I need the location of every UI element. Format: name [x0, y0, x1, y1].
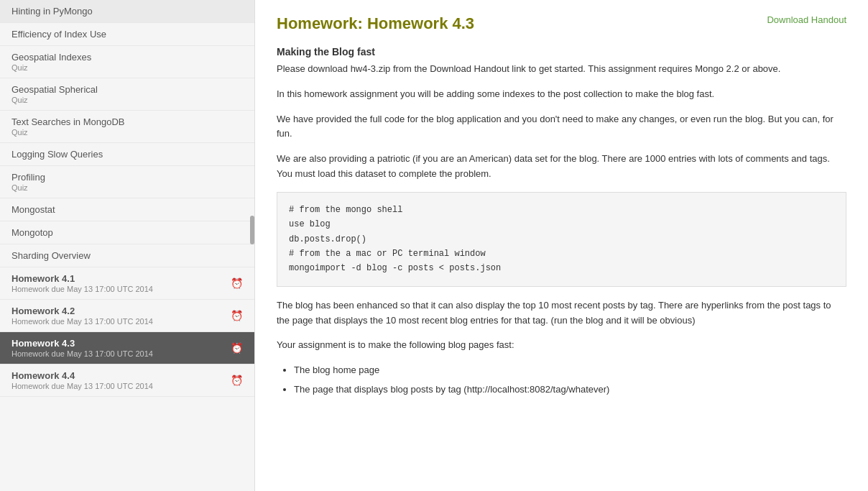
- sidebar-scrollbar-thumb[interactable]: [250, 216, 254, 244]
- sidebar-item-label-mongostat: Mongostat: [11, 204, 243, 215]
- sidebar-item-sub-geospatial-spherical: Quiz: [11, 96, 243, 104]
- clock-icon-hw42: ⏰: [231, 310, 243, 321]
- sidebar-item-label-hinting: Hinting in PyMongo: [11, 6, 243, 17]
- sidebar-item-label-efficiency: Efficiency of Index Use: [11, 29, 243, 40]
- sidebar-item-hw44[interactable]: Homework 4.4Homework due May 13 17:00 UT…: [0, 364, 254, 397]
- code-line-1: # from the mongo shell: [289, 203, 834, 217]
- bullet-item-2: The page that displays blog posts by tag…: [294, 382, 846, 398]
- para5: The blog has been enhanced so that it ca…: [277, 298, 846, 329]
- para6: Your assignment is to make the following…: [277, 338, 846, 353]
- code-line-3: db.posts.drop(): [289, 232, 834, 247]
- bullet-item-1: The blog home page: [294, 363, 846, 378]
- sidebar-item-label-hw43: Homework 4.3: [11, 338, 153, 349]
- sidebar-item-label-mongotop: Mongotop: [11, 227, 243, 238]
- sidebar-item-row-hw43: Homework 4.3Homework due May 13 17:00 UT…: [11, 338, 243, 358]
- sidebar-item-row-hw44: Homework 4.4Homework due May 13 17:00 UT…: [11, 370, 243, 390]
- sidebar-item-left-hw44: Homework 4.4Homework due May 13 17:00 UT…: [11, 370, 153, 390]
- para3: We have provided the full code for the b…: [277, 112, 846, 142]
- sidebar-item-left-hw43: Homework 4.3Homework due May 13 17:00 UT…: [11, 338, 153, 358]
- sidebar-item-label-text-searches: Text Searches in MongoDB: [11, 116, 243, 127]
- sidebar-item-label-hw44: Homework 4.4: [11, 370, 153, 381]
- sidebar-item-label-geospatial-spherical: Geospatial Spherical: [11, 84, 243, 95]
- hw-header-row: Homework: Homework 4.3 Download Handout: [277, 14, 846, 36]
- sidebar-item-hw43[interactable]: Homework 4.3Homework due May 13 17:00 UT…: [0, 332, 254, 364]
- sidebar: Hinting in PyMongoEfficiency of Index Us…: [0, 0, 255, 491]
- sidebar-item-sub-hw42: Homework due May 13 17:00 UTC 2014: [11, 317, 153, 326]
- sidebar-item-left-hw41: Homework 4.1Homework due May 13 17:00 UT…: [11, 273, 153, 293]
- para2: In this homework assignment you will be …: [277, 87, 846, 102]
- clock-icon-hw41: ⏰: [231, 277, 243, 289]
- download-handout-link[interactable]: Download Handout: [767, 14, 846, 25]
- section-title: Making the Blog fast: [277, 46, 846, 58]
- sidebar-item-mongotop[interactable]: Mongotop: [0, 221, 254, 244]
- sidebar-item-row-hw42: Homework 4.2Homework due May 13 17:00 UT…: [11, 306, 243, 326]
- main-content: Homework: Homework 4.3 Download Handout …: [255, 0, 868, 491]
- clock-icon-hw44: ⏰: [231, 375, 243, 386]
- sidebar-item-logging-slow[interactable]: Logging Slow Queries: [0, 143, 254, 166]
- sidebar-item-label-profiling: Profiling: [11, 172, 243, 183]
- sidebar-item-profiling[interactable]: ProfilingQuiz: [0, 166, 254, 198]
- sidebar-item-mongostat[interactable]: Mongostat: [0, 198, 254, 221]
- sidebar-item-label-hw42: Homework 4.2: [11, 306, 153, 316]
- hw-title: Homework: Homework 4.3: [277, 14, 474, 33]
- sidebar-item-row-hw41: Homework 4.1Homework due May 13 17:00 UT…: [11, 273, 243, 293]
- sidebar-item-sharding-overview[interactable]: Sharding Overview: [0, 244, 254, 267]
- sidebar-item-sub-profiling: Quiz: [11, 183, 243, 192]
- code-line-4: # from the a mac or PC terminal window: [289, 247, 834, 261]
- sidebar-item-left-hw42: Homework 4.2Homework due May 13 17:00 UT…: [11, 306, 153, 326]
- sidebar-item-hw42[interactable]: Homework 4.2Homework due May 13 17:00 UT…: [0, 300, 254, 332]
- sidebar-item-label-hw41: Homework 4.1: [11, 273, 153, 284]
- sidebar-item-label-logging-slow: Logging Slow Queries: [11, 149, 243, 160]
- sidebar-item-sub-geospatial: Quiz: [11, 63, 243, 72]
- para1: Please download hw4-3.zip from the Downl…: [277, 62, 846, 77]
- sidebar-item-hinting[interactable]: Hinting in PyMongo: [0, 0, 254, 23]
- para4: We are also providing a patriotic (if yo…: [277, 152, 846, 182]
- sidebar-item-efficiency[interactable]: Efficiency of Index Use: [0, 23, 254, 46]
- sidebar-item-sub-hw44: Homework due May 13 17:00 UTC 2014: [11, 382, 153, 390]
- code-block: # from the mongo shell use blog db.posts…: [277, 192, 846, 287]
- sidebar-item-geospatial[interactable]: Geospatial IndexesQuiz: [0, 46, 254, 78]
- sidebar-item-sub-text-searches: Quiz: [11, 128, 243, 137]
- sidebar-item-label-sharding-overview: Sharding Overview: [11, 250, 243, 261]
- sidebar-item-sub-hw41: Homework due May 13 17:00 UTC 2014: [11, 285, 153, 293]
- code-line-5: mongoimport -d blog -c posts < posts.jso…: [289, 261, 834, 275]
- clock-icon-hw43: ⏰: [231, 342, 243, 354]
- sidebar-item-label-geospatial: Geospatial Indexes: [11, 52, 243, 63]
- code-line-2: use blog: [289, 217, 834, 231]
- sidebar-item-text-searches[interactable]: Text Searches in MongoDBQuiz: [0, 111, 254, 143]
- sidebar-item-sub-hw43: Homework due May 13 17:00 UTC 2014: [11, 349, 153, 358]
- bullet-list: The blog home page The page that display…: [294, 363, 846, 398]
- sidebar-item-geospatial-spherical[interactable]: Geospatial SphericalQuiz: [0, 78, 254, 111]
- sidebar-item-hw41[interactable]: Homework 4.1Homework due May 13 17:00 UT…: [0, 267, 254, 300]
